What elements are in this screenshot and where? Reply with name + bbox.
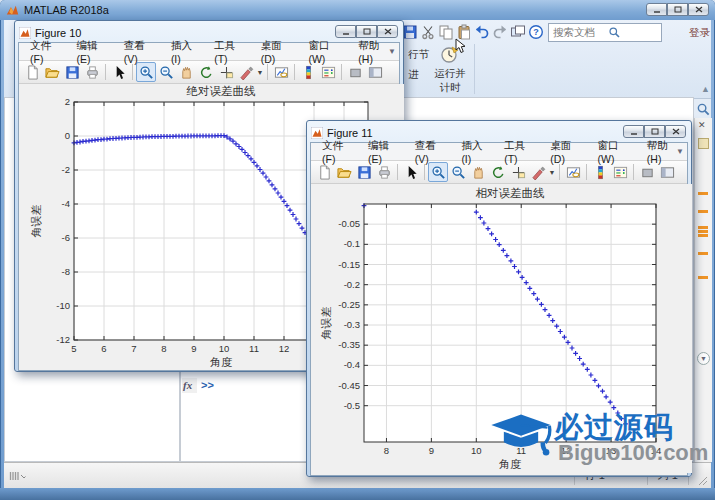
next-message-icon[interactable]: ▼ — [697, 352, 710, 365]
ribbon-partial-run-section[interactable]: 行节 — [408, 48, 429, 62]
print-icon[interactable] — [374, 162, 394, 182]
data-cursor-icon[interactable] — [508, 162, 528, 182]
link-plots-icon[interactable] — [271, 62, 291, 82]
pan-hand-icon[interactable] — [468, 162, 488, 182]
fig11-maximize-button[interactable] — [644, 125, 665, 138]
fig10-maximize-button[interactable] — [356, 25, 377, 38]
data-cursor-icon[interactable] — [216, 62, 236, 82]
combo-search-icon[interactable] — [696, 102, 711, 117]
redo-icon[interactable] — [492, 24, 508, 40]
menu-item-6[interactable]: 窗口(W) — [301, 39, 351, 65]
edit-plot-pointer-icon[interactable] — [401, 162, 421, 182]
command-prompt[interactable]: >> — [201, 379, 214, 391]
menu-item-4[interactable]: 工具(T) — [497, 139, 543, 165]
menu-item-3[interactable]: 插入(I) — [454, 139, 497, 165]
rotate-3d-icon[interactable] — [196, 62, 216, 82]
menu-item-2[interactable]: 查看(V) — [117, 39, 164, 65]
ribbon-collapse-icon[interactable]: ▲ — [701, 84, 710, 94]
warning-mark-icon[interactable] — [698, 276, 708, 279]
switch-windows-icon[interactable] — [510, 24, 526, 40]
insert-legend-icon[interactable] — [318, 62, 338, 82]
brush-data-icon[interactable] — [236, 62, 256, 82]
rotate-3d-icon[interactable] — [488, 162, 508, 182]
zoom-in-icon[interactable] — [136, 62, 156, 82]
cut-icon[interactable] — [420, 24, 436, 40]
main-close-button[interactable] — [688, 3, 709, 16]
insert-colorbar-icon[interactable] — [298, 62, 318, 82]
toolbar-separator — [105, 64, 106, 80]
pan-hand-icon[interactable] — [176, 62, 196, 82]
warning-mark-icon[interactable] — [698, 210, 708, 213]
svg-text:角度: 角度 — [210, 356, 232, 368]
menu-item-0[interactable]: 文件(F) — [315, 139, 361, 165]
undo-icon[interactable] — [474, 24, 490, 40]
show-plot-tools-icon[interactable] — [657, 162, 677, 182]
svg-text:10: 10 — [219, 343, 230, 354]
ribbon-partial-advance[interactable]: 进 — [408, 68, 419, 82]
insert-legend-icon[interactable] — [610, 162, 630, 182]
figure11-title: Figure 11 — [327, 127, 373, 139]
fig11-minimize-button[interactable] — [623, 125, 644, 138]
menu-item-1[interactable]: 编辑(E) — [361, 139, 408, 165]
warning-mark-icon[interactable] — [698, 226, 708, 229]
open-folder-icon[interactable] — [42, 62, 62, 82]
menu-item-4[interactable]: 工具(T) — [207, 39, 254, 65]
main-minimize-button[interactable] — [646, 3, 667, 16]
toolbar-separator — [267, 64, 268, 80]
show-plot-tools-icon[interactable] — [365, 62, 385, 82]
warning-mark-icon[interactable] — [698, 252, 708, 255]
save-icon[interactable] — [354, 162, 374, 182]
close-icon[interactable]: ✕ — [698, 120, 706, 130]
zoom-out-icon[interactable] — [156, 62, 176, 82]
open-folder-icon[interactable] — [334, 162, 354, 182]
menu-overflow-icon[interactable]: ▼ — [388, 47, 396, 56]
new-file-icon[interactable] — [22, 62, 42, 82]
warning-mark-icon[interactable] — [698, 234, 708, 237]
menu-overflow-icon[interactable]: ▼ — [676, 147, 684, 156]
statusbar-grip-icon[interactable] — [9, 471, 27, 483]
watermark-en-text: Biguo100.com — [558, 440, 708, 466]
brush-dropdown-icon[interactable]: ▼ — [548, 169, 556, 176]
menu-item-5[interactable]: 桌面(D) — [254, 39, 302, 65]
menu-item-2[interactable]: 查看(V) — [408, 139, 455, 165]
fig10-close-button[interactable] — [377, 25, 398, 38]
fig10-minimize-button[interactable] — [335, 25, 356, 38]
save-icon[interactable] — [402, 24, 418, 40]
svg-text:-6: -6 — [62, 232, 70, 243]
resize-grip[interactable] — [697, 475, 709, 487]
menu-item-1[interactable]: 编辑(E) — [70, 39, 117, 65]
main-maximize-button[interactable] — [667, 3, 688, 16]
new-file-icon[interactable] — [314, 162, 334, 182]
warning-mark-icon[interactable] — [698, 192, 708, 195]
sign-in-link[interactable]: 登录 — [689, 26, 710, 40]
zoom-in-icon[interactable] — [428, 162, 448, 182]
menu-item-5[interactable]: 桌面(D) — [543, 139, 590, 165]
brush-data-icon[interactable] — [528, 162, 548, 182]
main-titlebar[interactable]: MATLAB R2018a — [0, 0, 715, 20]
fig11-close-button[interactable] — [665, 125, 686, 138]
link-plots-icon[interactable] — [563, 162, 583, 182]
figure11-menubar: 文件(F)编辑(E)查看(V)插入(I)工具(T)桌面(D)窗口(W)帮助(H)… — [311, 143, 687, 161]
zoom-out-icon[interactable] — [448, 162, 468, 182]
svg-text:5: 5 — [71, 343, 76, 354]
doc-search-box[interactable]: 搜索文档 — [548, 23, 662, 42]
warning-mark-icon[interactable] — [698, 230, 708, 233]
copy-icon[interactable] — [438, 24, 454, 40]
search-icon[interactable] — [608, 26, 659, 39]
menu-item-0[interactable]: 文件(F) — [23, 39, 70, 65]
svg-text:相对误差曲线: 相对误差曲线 — [476, 187, 546, 199]
menu-item-6[interactable]: 窗口(W) — [590, 139, 639, 165]
edit-plot-pointer-icon[interactable] — [109, 62, 129, 82]
menu-item-3[interactable]: 插入(I) — [164, 39, 207, 65]
toolbar-separator — [132, 64, 133, 80]
hide-plot-tools-icon[interactable] — [637, 162, 657, 182]
insert-colorbar-icon[interactable] — [590, 162, 610, 182]
help-icon[interactable]: ? — [528, 24, 544, 40]
editor-message-indicator[interactable] — [698, 138, 709, 149]
svg-text:-0.5: -0.5 — [344, 400, 360, 411]
save-icon[interactable] — [62, 62, 82, 82]
brush-dropdown-icon[interactable]: ▼ — [256, 69, 264, 76]
toolbar-separator — [424, 164, 425, 180]
hide-plot-tools-icon[interactable] — [345, 62, 365, 82]
print-icon[interactable] — [82, 62, 102, 82]
